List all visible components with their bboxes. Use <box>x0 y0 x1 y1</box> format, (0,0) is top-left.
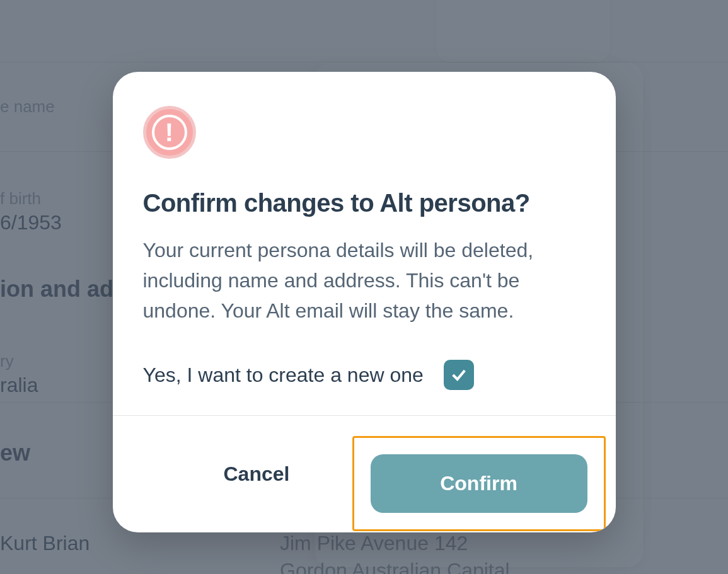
checkbox-label: Yes, I want to create a new one <box>143 364 424 387</box>
modal-body: ! Confirm changes to Alt persona? Your c… <box>113 72 616 415</box>
confirm-checkbox[interactable] <box>444 360 474 390</box>
modal-footer: Cancel Confirm <box>113 415 616 532</box>
check-icon <box>450 366 468 384</box>
confirm-button[interactable]: Confirm <box>371 454 587 513</box>
exclamation-icon: ! <box>152 115 187 150</box>
modal-description: Your current persona details will be del… <box>143 235 586 326</box>
confirm-highlight-box: Confirm <box>352 436 606 531</box>
cancel-button[interactable]: Cancel <box>194 447 320 501</box>
warning-icon: ! <box>143 106 196 159</box>
checkbox-row: Yes, I want to create a new one <box>143 360 586 390</box>
modal-overlay: ! Confirm changes to Alt persona? Your c… <box>0 0 728 574</box>
modal-title: Confirm changes to Alt persona? <box>143 189 586 217</box>
confirm-modal: ! Confirm changes to Alt persona? Your c… <box>113 72 616 532</box>
